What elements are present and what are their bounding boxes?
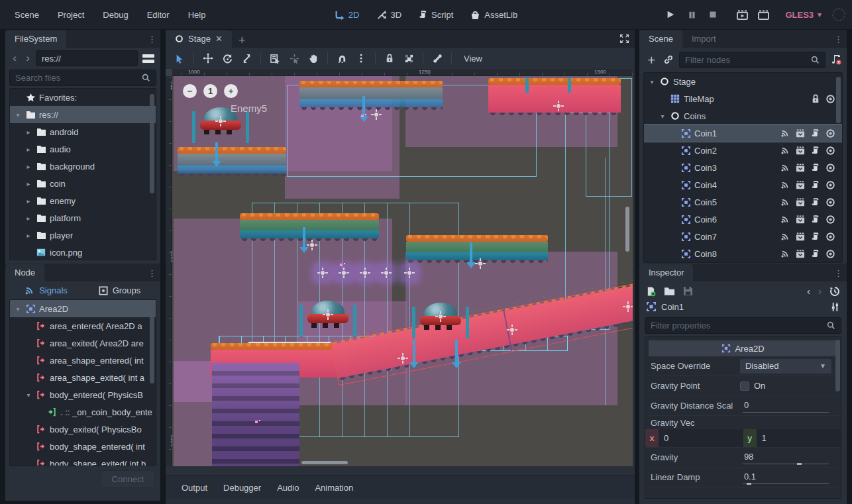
coin-sprite[interactable] <box>314 264 331 281</box>
zoom-out-button[interactable]: − <box>183 84 197 98</box>
expander[interactable]: ▾ <box>14 305 22 313</box>
scale-tool-icon[interactable] <box>238 50 255 66</box>
eye-icon[interactable] <box>825 197 835 207</box>
current-path-field[interactable]: res:// <box>36 50 138 66</box>
expander[interactable]: ▾ <box>648 78 656 85</box>
lock-icon[interactable] <box>381 50 398 66</box>
fs-row-enemy[interactable]: ▸enemy <box>10 192 156 209</box>
display-mode-icon[interactable] <box>140 50 156 66</box>
play-scene-icon[interactable] <box>735 7 749 22</box>
signal-row-body-entered-physicsb[interactable]: ▾body_entered( PhysicsB <box>10 386 156 403</box>
object-tools-icon[interactable] <box>830 302 840 312</box>
tab-inspector[interactable]: Inspector <box>639 264 693 281</box>
eye-icon[interactable] <box>825 215 835 225</box>
expander[interactable]: ▸ <box>25 215 32 222</box>
eye-icon[interactable] <box>825 128 835 138</box>
pause-icon[interactable] <box>684 7 699 22</box>
signal-row-area-shape-entered-int[interactable]: area_shape_entered( int <box>10 352 156 369</box>
fs-row-background[interactable]: ▸background <box>10 158 156 175</box>
group-icon[interactable] <box>796 215 805 224</box>
group-icon[interactable] <box>796 164 805 172</box>
lock-icon[interactable] <box>812 94 820 103</box>
checkbox[interactable] <box>740 381 749 391</box>
signal-row--on-coin-body-ente[interactable]: . :: _on_coin_body_ente <box>10 403 156 421</box>
group-icon[interactable] <box>796 129 805 138</box>
scene-row-coins[interactable]: ▾Coins <box>644 107 842 125</box>
script-icon[interactable] <box>811 180 820 189</box>
select-tool-icon[interactable] <box>171 50 188 66</box>
signal-row-body-shape-entered-int[interactable]: body_shape_entered( int <box>10 438 156 455</box>
menu-scene[interactable]: Scene <box>7 7 47 23</box>
eye-icon[interactable] <box>825 163 835 173</box>
signal-row-body-exited-physicsbo[interactable]: body_exited( PhysicsBo <box>10 421 156 438</box>
scrollbar[interactable] <box>835 340 840 391</box>
tab-scene[interactable]: Scene <box>639 30 682 48</box>
signal-icon[interactable] <box>780 128 790 138</box>
panel-menu-icon[interactable]: ⋮ <box>834 268 843 278</box>
number-field[interactable]: 0 <box>740 399 831 413</box>
zoom-in-button[interactable]: + <box>224 84 238 98</box>
signal-icon[interactable] <box>780 146 790 155</box>
fs-row-audio[interactable]: ▸audio <box>10 140 156 158</box>
expander[interactable]: ▾ <box>659 113 666 120</box>
signal-row-area-shape-exited-int-a[interactable]: area_shape_exited( int a <box>10 369 156 386</box>
scene-row-coin5[interactable]: Coin5 <box>644 193 842 211</box>
transform-gizmo[interactable] <box>623 301 633 312</box>
signal-icon[interactable] <box>780 249 790 258</box>
signal-icon[interactable] <box>780 163 790 172</box>
play-custom-scene-icon[interactable] <box>756 7 771 22</box>
script-icon[interactable] <box>811 146 820 155</box>
history-forward-icon[interactable]: › <box>818 285 822 297</box>
scene-row-stage[interactable]: ▾Stage <box>644 73 842 90</box>
add-node-icon[interactable]: ＋ <box>645 51 658 68</box>
panel-menu-icon[interactable]: ⋮ <box>834 34 843 44</box>
viewport-hscrollbar[interactable] <box>301 461 348 464</box>
zoom-reset-button[interactable]: 1 <box>203 84 217 98</box>
detach-script-icon[interactable] <box>831 54 841 65</box>
tab-stage-scene[interactable]: Stage ✕ <box>166 30 232 48</box>
fs-row-res-[interactable]: ▾res:// <box>10 106 156 123</box>
signal-icon[interactable] <box>780 180 790 189</box>
renderer-select[interactable]: GLES3▼ <box>785 10 823 20</box>
signal-icon[interactable] <box>780 215 790 224</box>
fs-row-platform[interactable]: ▸platform <box>10 209 156 227</box>
viewmode-script[interactable]: Script <box>419 10 453 20</box>
enemy-sprite[interactable] <box>419 301 462 332</box>
stop-icon[interactable] <box>706 7 720 22</box>
script-icon[interactable] <box>811 197 820 207</box>
connect-button[interactable]: Connect <box>101 470 155 488</box>
transform-gizmo[interactable] <box>553 101 564 111</box>
scene-row-coin4[interactable]: Coin4 <box>644 176 842 193</box>
scene-row-coin8[interactable]: Coin8 <box>644 245 842 262</box>
x-value-field[interactable]: 0 <box>659 429 743 447</box>
view-menu[interactable]: View <box>457 52 489 66</box>
fs-row-android[interactable]: ▸android <box>10 123 156 140</box>
eye-icon[interactable] <box>825 249 835 259</box>
expand-viewport-icon[interactable] <box>619 34 629 44</box>
category-header[interactable]: Area2D <box>649 340 837 356</box>
2d-viewport[interactable]: Enemy5 − 1 + <box>172 76 633 466</box>
dropdown-space-override[interactable]: Disabled▼ <box>740 359 831 374</box>
y-value-field[interactable]: 1 <box>757 429 841 447</box>
snap-options-dots-icon[interactable] <box>352 50 370 66</box>
groups-tab[interactable]: Groups <box>85 285 154 295</box>
scene-row-coin7[interactable]: Coin7 <box>644 228 842 245</box>
menu-editor[interactable]: Editor <box>139 7 178 23</box>
list-select-icon[interactable] <box>266 50 284 66</box>
history-forward-icon[interactable]: › <box>23 52 33 65</box>
new-scene-tab-icon[interactable]: + <box>232 34 252 48</box>
bottom-tab-audio[interactable]: Audio <box>270 479 305 497</box>
scene-row-coin6[interactable]: Coin6 <box>644 211 842 228</box>
tab-import[interactable]: Import <box>682 30 725 48</box>
coin-sprite[interactable] <box>401 264 418 281</box>
script-icon[interactable] <box>811 128 820 138</box>
save-resource-icon[interactable] <box>683 286 693 296</box>
group-object-icon[interactable] <box>400 50 417 66</box>
viewport-vscrollbar[interactable] <box>625 207 629 252</box>
script-icon[interactable] <box>811 163 820 172</box>
expander[interactable]: ▾ <box>14 111 22 119</box>
filter-nodes-input[interactable]: Filter nodes <box>679 52 825 68</box>
coin-sprite[interactable] <box>335 264 352 281</box>
signal-icon[interactable] <box>780 232 790 241</box>
expander[interactable]: ▸ <box>25 232 32 239</box>
